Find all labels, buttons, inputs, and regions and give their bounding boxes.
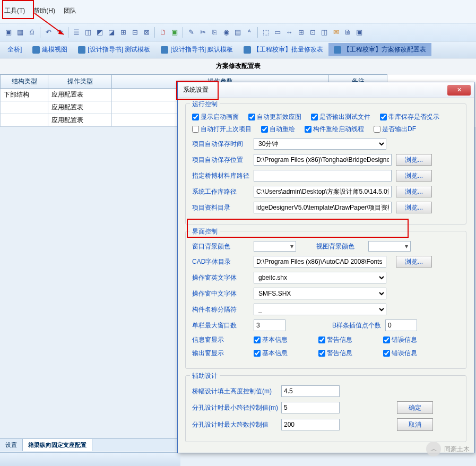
bspline-label: B样条插值点个数	[332, 321, 381, 330]
col-header[interactable]: 结构类型	[1, 75, 48, 89]
doc-tab[interactable]: 全桥]	[2, 43, 27, 56]
browse-button[interactable]: 浏览...	[396, 186, 432, 197]
op-cn-font-select[interactable]: SMFS.SHX	[254, 288, 386, 299]
cancel-button[interactable]: 取消	[397, 418, 433, 431]
tab-icon	[78, 46, 85, 54]
tb-icon[interactable]: ✉	[331, 27, 341, 38]
ok-button[interactable]: 确定	[397, 401, 433, 414]
tab-icon	[334, 46, 341, 54]
browse-button[interactable]: 浏览...	[396, 154, 432, 166]
tab-icon	[32, 46, 40, 54]
min-span-input[interactable]	[281, 402, 340, 413]
bottom-tab[interactable]: 箱梁纵向固定支座配置	[23, 439, 92, 451]
comp-sep-select[interactable]: _	[254, 304, 386, 315]
tab-icon	[161, 46, 168, 54]
tb-icon[interactable]: ⊞	[296, 27, 306, 38]
chk-lib-prompt[interactable]: 带库保存是否提示	[380, 113, 439, 122]
doc-tabbar: 全桥] 建模视图 [设计指导书] 测试模板 [设计指导书] 默认模板 【工程校审…	[0, 41, 476, 58]
doc-tab[interactable]: 建模视图	[27, 43, 73, 56]
chk-open-last[interactable]: 自动打开上次项目	[192, 125, 252, 134]
tb-icon[interactable]: ☰	[71, 27, 82, 38]
fill-h-label: 桥幅设计填土高度控制值(m)	[192, 387, 277, 396]
browse-button[interactable]: 浏览...	[396, 202, 432, 213]
chk-output-test[interactable]: 是否输出测试文件	[311, 113, 370, 122]
autosave-time-select[interactable]: 30分钟	[254, 138, 386, 150]
data-dir-input[interactable]	[254, 202, 392, 213]
mat-lib-input[interactable]	[254, 170, 392, 182]
autosave-loc-input[interactable]	[254, 154, 392, 166]
chk-output-df[interactable]: 是否输出DF	[374, 125, 416, 134]
tb-icon[interactable]: ⊞	[118, 27, 128, 38]
tb-icon[interactable]: ᴬ	[244, 27, 255, 38]
group-ui-control: 界面控制 窗口背景颜色 视图背景颜色 CAD字体目录 浏览... 操作窗英文字体…	[185, 231, 466, 369]
col-header[interactable]: 操作类型	[48, 75, 112, 89]
tb-icon[interactable]: ⊡	[307, 27, 318, 38]
chk-warn-info[interactable]: 警告信息	[318, 335, 352, 344]
tb-icon[interactable]: ◉	[221, 27, 231, 38]
tb-icon[interactable]: ⎙	[27, 27, 37, 38]
chk-error-info[interactable]: 错误信息	[383, 335, 417, 344]
fill-h-input[interactable]	[281, 385, 340, 397]
chk-basic-out[interactable]: 基本信息	[254, 349, 288, 358]
max-win-input[interactable]	[254, 320, 285, 331]
browse-button[interactable]: 浏览...	[396, 170, 432, 182]
tb-icon[interactable]: ▣	[354, 27, 365, 38]
tb-icon[interactable]: ▦	[15, 27, 25, 38]
win-bg-picker[interactable]	[254, 241, 296, 252]
work-lib-input[interactable]	[254, 186, 392, 197]
bottom-tabs: 设置 箱梁纵向固定支座配置	[0, 438, 180, 451]
data-dir-label: 项目资料目录	[192, 203, 249, 212]
tb-icon[interactable]: 🗋	[158, 27, 168, 38]
tb-icon[interactable]: ▤	[232, 27, 243, 38]
op-en-font-select[interactable]: gbeitc.shx	[254, 272, 386, 283]
tb-icon[interactable]: ✎	[186, 27, 196, 38]
tab-icon	[244, 46, 251, 54]
tb-icon[interactable]: ▣	[3, 27, 14, 38]
bspline-input[interactable]	[385, 320, 417, 331]
view-bg-picker[interactable]	[368, 241, 411, 252]
chk-error-out[interactable]: 错误信息	[383, 349, 417, 358]
work-lib-label: 系统工作库路径	[192, 187, 249, 196]
menu-tools[interactable]: 工具(T)	[4, 6, 25, 21]
out-disp-label: 输出窗显示	[192, 349, 249, 358]
tb-icon[interactable]: ◫	[83, 27, 93, 38]
doc-tab[interactable]: 【工程校审】方案修改配置表	[328, 43, 431, 56]
system-settings-dialog: 系统设置 ✕ 运行控制 显示启动画面 自动更新效应图 是否输出测试文件 带库保存…	[177, 82, 474, 453]
chk-show-splash[interactable]: 显示启动画面	[192, 113, 239, 122]
bottom-tab[interactable]: 设置	[0, 439, 23, 451]
wechat-icon: ෴	[426, 442, 441, 456]
menu-help[interactable]: 帮助(H)	[33, 6, 55, 21]
browse-button[interactable]: 浏览...	[396, 256, 432, 267]
tb-icon[interactable]: ✂	[197, 27, 208, 38]
chk-component-line[interactable]: 构件重绘启动线程	[305, 125, 364, 134]
dialog-titlebar: 系统设置 ✕	[178, 82, 474, 98]
tb-icon[interactable]: ▣	[169, 27, 180, 38]
doc-tab[interactable]: [设计指导书] 测试模板	[73, 43, 155, 56]
tb-icon[interactable]: ⊠	[141, 27, 152, 38]
menu-team[interactable]: 团队	[64, 6, 76, 21]
doc-tab[interactable]: 【工程校审】批量修改表	[238, 43, 328, 56]
tb-icon[interactable]: 🗎	[342, 27, 353, 38]
chk-warn-out[interactable]: 警告信息	[318, 349, 352, 358]
cad-font-input[interactable]	[254, 256, 386, 267]
tb-icon[interactable]: ▭	[272, 27, 283, 38]
min-span-label: 分孔设计时最小跨径控制值(m)	[192, 403, 277, 412]
close-button[interactable]: ✕	[447, 85, 471, 96]
tb-icon[interactable]: ↶	[43, 27, 54, 38]
tb-icon[interactable]: ◩	[94, 27, 105, 38]
tb-icon[interactable]: ↔	[284, 27, 295, 38]
tb-icon[interactable]: ⬚	[261, 27, 271, 38]
op-en-font-label: 操作窗英文字体	[192, 273, 249, 282]
tb-icon[interactable]: ◪	[106, 27, 117, 38]
tb-icon[interactable]: ⎘	[209, 27, 220, 38]
chk-basic-info[interactable]: 基本信息	[254, 335, 288, 344]
max-span-input[interactable]	[281, 419, 340, 430]
doc-tab[interactable]: [设计指导书] 默认模板	[155, 43, 238, 56]
tb-icon[interactable]: ↷	[55, 27, 65, 38]
tb-icon[interactable]: ⊟	[129, 27, 140, 38]
table-title: 方案修改配置表	[0, 58, 476, 74]
group-run-control: 运行控制 显示启动画面 自动更新效应图 是否输出测试文件 带库保存是否提示 自动…	[185, 103, 466, 225]
chk-auto-effect[interactable]: 自动更新效应图	[248, 113, 301, 122]
chk-auto-redraw[interactable]: 自动重绘	[261, 125, 295, 134]
tb-icon[interactable]: ◫	[319, 27, 330, 38]
